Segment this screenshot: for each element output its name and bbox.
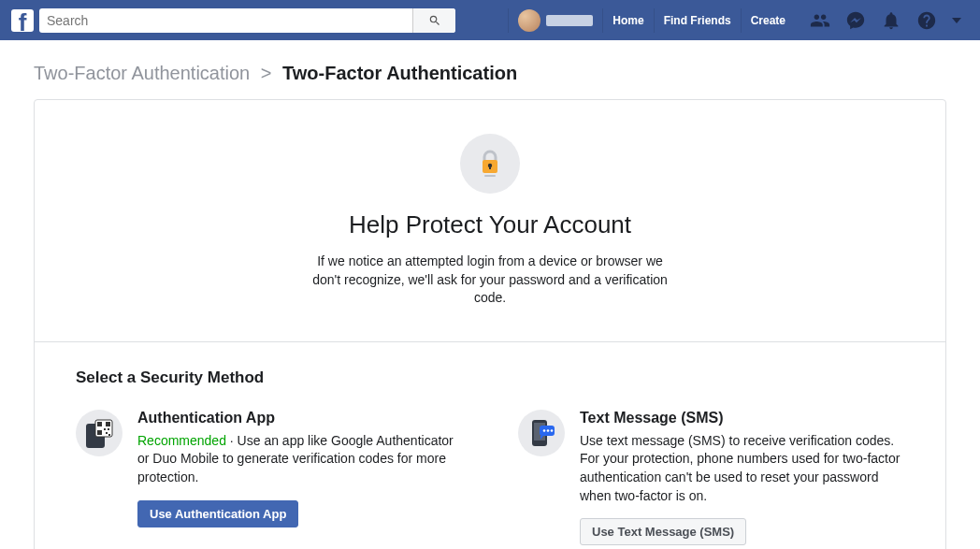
method-app-description: Recommended · Use an app like Google Aut… (137, 432, 462, 487)
svg-rect-9 (104, 428, 106, 430)
nav-icons-group (802, 10, 969, 31)
hero-title: Help Protect Your Account (53, 210, 927, 239)
facebook-logo[interactable]: f (11, 9, 34, 32)
sms-phone-icon (518, 410, 565, 456)
svg-rect-10 (108, 428, 109, 430)
nav-link-home[interactable]: Home (602, 8, 653, 33)
recommended-label: Recommended (137, 433, 226, 448)
nav-link-create[interactable]: Create (741, 8, 795, 33)
use-text-message-button[interactable]: Use Text Message (SMS) (580, 518, 746, 545)
method-sms-title: Text Message (SMS) (580, 410, 904, 426)
svg-rect-8 (97, 430, 102, 435)
method-sms-description: Use text message (SMS) to receive verifi… (580, 432, 904, 505)
notifications-icon[interactable] (881, 10, 901, 31)
breadcrumb-current: Two-Factor Authentication (282, 63, 517, 83)
svg-rect-6 (97, 422, 102, 426)
svg-rect-11 (106, 432, 108, 434)
account-dropdown-caret[interactable] (952, 18, 961, 23)
breadcrumb-separator: > (261, 63, 272, 83)
qr-phone-icon (76, 410, 122, 456)
breadcrumb-parent-link[interactable]: Two-Factor Authentication (34, 63, 250, 83)
method-authentication-app: Authentication App Recommended · Use an … (76, 410, 462, 545)
nav-link-find-friends[interactable]: Find Friends (654, 8, 741, 33)
method-sms: Text Message (SMS) Use text message (SMS… (518, 410, 904, 545)
search-input[interactable] (39, 13, 412, 28)
search-container (39, 8, 455, 33)
friends-icon[interactable] (810, 10, 830, 31)
lock-icon (460, 134, 520, 194)
avatar (518, 9, 540, 32)
messenger-icon[interactable] (845, 10, 866, 31)
svg-rect-3 (484, 175, 496, 177)
search-icon (428, 14, 441, 27)
breadcrumb: Two-Factor Authentication > Two-Factor A… (0, 40, 980, 99)
method-app-title: Authentication App (137, 410, 462, 426)
section-title: Select a Security Method (76, 368, 904, 387)
help-icon[interactable] (916, 10, 937, 31)
svg-rect-2 (489, 166, 491, 169)
username-redacted (546, 15, 593, 26)
svg-rect-7 (106, 422, 110, 426)
main-card: Help Protect Your Account If we notice a… (34, 99, 946, 549)
use-authentication-app-button[interactable]: Use Authentication App (137, 500, 298, 527)
hero-section: Help Protect Your Account If we notice a… (35, 100, 945, 342)
search-button[interactable] (412, 8, 455, 33)
svg-rect-12 (108, 434, 110, 436)
methods-section: Select a Security Method (35, 342, 945, 549)
svg-point-18 (551, 429, 554, 432)
hero-description: If we notice an attempted login from a d… (312, 253, 668, 308)
methods-row: Authentication App Recommended · Use an … (76, 410, 904, 545)
svg-point-16 (543, 429, 546, 432)
svg-point-17 (547, 429, 550, 432)
nav-user-profile[interactable] (508, 8, 602, 33)
top-navbar: f Home Find Friends Create (0, 0, 980, 40)
